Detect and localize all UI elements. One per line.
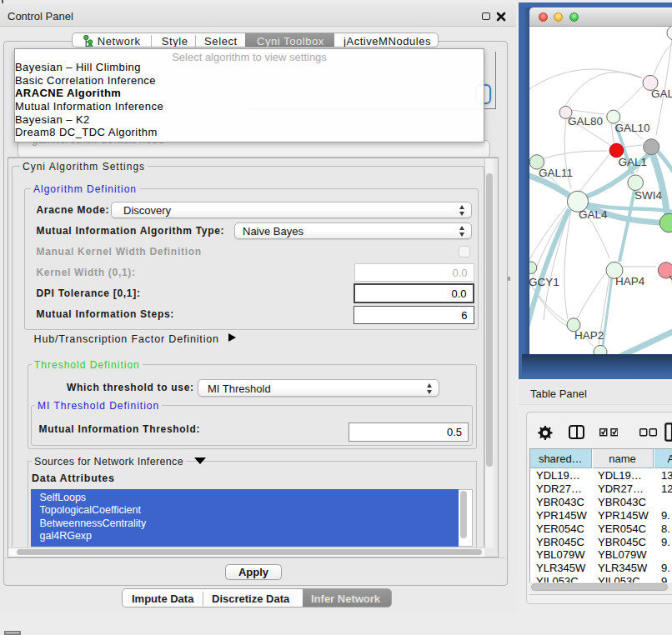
- svg-text:GAL10: GAL10: [615, 122, 650, 134]
- svg-text:GAL80: GAL80: [568, 115, 603, 128]
- svg-text:GAL1: GAL1: [619, 156, 648, 168]
- svg-text:GCY1: GCY1: [529, 276, 559, 288]
- svg-text:GAL11: GAL11: [539, 167, 573, 179]
- svg-text:HAP4: HAP4: [615, 275, 645, 288]
- svg-text:GAL4: GAL4: [579, 208, 608, 221]
- svg-text:Y: Y: [669, 273, 672, 286]
- svg-text:HAP2: HAP2: [574, 329, 604, 342]
- svg-text:GAL7: GAL7: [651, 88, 672, 100]
- svg-text:SWI4: SWI4: [634, 189, 662, 202]
